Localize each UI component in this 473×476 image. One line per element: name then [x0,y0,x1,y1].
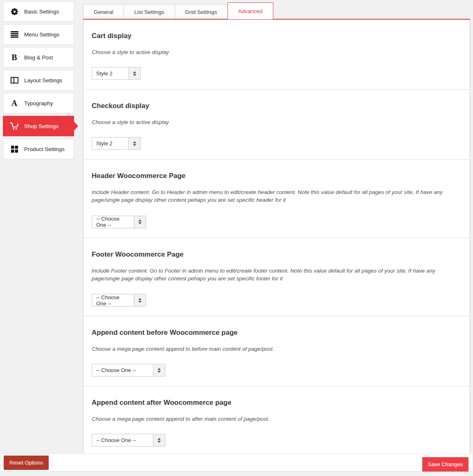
sidebar-item-label: Basic Settings [24,9,59,15]
spinner-icon [134,294,146,306]
footer-woocommerce-select[interactable]: -- Choose One -- [92,294,146,307]
select-value: -- Choose One -- [92,364,153,376]
section-header-woocommerce-page: Header Woocommerce Page Include Header c… [83,160,470,238]
section-append-before: Append content before Woocommerce page C… [83,316,470,386]
tab-advanced[interactable]: Advanced [227,2,273,20]
section-description: Choose a mega page content append to aft… [92,415,462,423]
tab-general[interactable]: General [83,4,124,20]
section-description: Include Footer content. Go to Footer in … [92,267,462,282]
sidebar-item-label: Shop Settings [24,123,59,129]
sidebar-item-shop-settings[interactable]: Shop Settings [3,116,74,136]
theme-options-page: Basic Settings Menu Settings B Blog & Po… [0,0,473,476]
section-title: Footer Woocommerce Page [92,250,462,259]
grid-icon [9,146,19,153]
layout-icon [9,77,19,83]
select-value: -- Choose One -- [92,294,134,306]
section-checkout-display: Checkout display Choose a style to activ… [83,90,470,160]
sidebar-item-typography[interactable]: A Typography [3,93,74,113]
section-append-after: Append content after Woocommerce page Ch… [83,386,470,456]
section-description: Include Header content. Go to Header in … [92,188,462,204]
section-title: Header Woocommerce Page [92,172,462,180]
spinner-icon [128,138,140,149]
settings-main: General List Settings Grid Settings Adva… [83,3,470,456]
select-value: -- Choose One -- [92,434,153,446]
settings-sidebar: Basic Settings Menu Settings B Blog & Po… [3,1,74,162]
spinner-icon [153,434,165,446]
select-value: Style 2 [92,68,128,79]
append-before-select[interactable]: -- Choose One -- [92,364,165,377]
blog-b-icon: B [9,53,19,61]
tab-list-settings[interactable]: List Settings [124,4,175,20]
typography-a-icon: A [9,99,19,107]
sidebar-item-label: Product Settings [24,146,65,152]
cart-display-select[interactable]: Style 2 [92,67,141,80]
save-changes-button[interactable]: Save Changes [422,457,468,471]
spinner-icon [153,364,165,376]
section-description: Choose a style to active display [92,118,462,126]
reset-options-button[interactable]: Reset Options [4,456,49,470]
sidebar-item-menu-settings[interactable]: Menu Settings [3,24,74,45]
section-title: Cart display [92,32,462,40]
spinner-icon [128,68,140,79]
tab-bar: General List Settings Grid Settings Adva… [83,3,470,20]
sidebar-item-layout-settings[interactable]: Layout Settings [3,70,74,90]
action-bar: Reset Options Save Changes [1,453,472,472]
cart-icon [9,122,19,130]
section-description: Choose a mega page content append to bef… [92,345,462,353]
sidebar-item-blog-post[interactable]: B Blog & Post [3,47,74,68]
section-title: Append content after Woocommerce page [92,399,462,407]
section-cart-display: Cart display Choose a style to active di… [83,20,470,90]
gear-icon [9,8,19,16]
sidebar-item-basic-settings[interactable]: Basic Settings [3,1,74,22]
select-value: -- Choose One -- [92,216,134,228]
checkout-display-select[interactable]: Style 2 [92,137,141,150]
settings-panel: Cart display Choose a style to active di… [83,20,470,456]
append-after-select[interactable]: -- Choose One -- [92,434,165,447]
sidebar-item-label: Blog & Post [24,54,53,61]
section-footer-woocommerce-page: Footer Woocommerce Page Include Footer c… [83,238,470,317]
sidebar-item-label: Menu Settings [24,32,59,38]
select-value: Style 2 [92,138,128,149]
section-title: Checkout display [92,102,462,110]
sidebar-item-product-settings[interactable]: Product Settings [3,139,74,159]
menu-icon [9,31,19,38]
tab-grid-settings[interactable]: Grid Settings [175,4,227,20]
header-woocommerce-select[interactable]: -- Choose One -- [92,216,146,228]
spinner-icon [134,216,146,228]
section-title: Append content before Woocommerce page [92,329,462,337]
section-description: Choose a style to active display [92,48,462,56]
sidebar-item-label: Typography [24,100,53,106]
sidebar-item-label: Layout Settings [24,77,62,83]
